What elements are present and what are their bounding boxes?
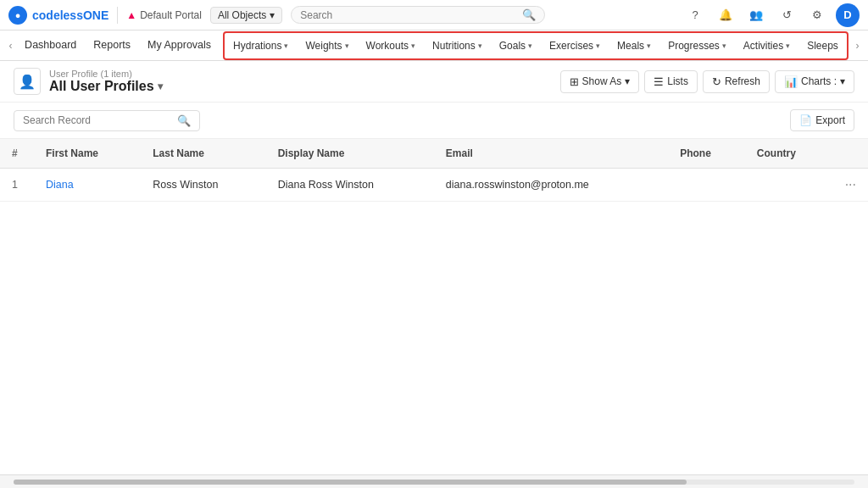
col-header-phone[interactable]: Phone (668, 139, 745, 169)
row-actions: ··· (833, 169, 868, 202)
row-phone (668, 169, 745, 202)
header-actions: ⊞ Show As ▾ ☰ Lists ↻ Refresh 📊 Charts :… (560, 70, 854, 93)
portal-label: Default Portal (140, 9, 202, 21)
show-as-icon: ⊞ (570, 75, 579, 88)
row-last-name: Ross Winston (141, 169, 265, 202)
settings-icon[interactable]: ⚙ (805, 3, 829, 27)
user-profile-info: 👤 User Profile (1 item) All User Profile… (14, 68, 163, 95)
topbar: ● codelessONE ▲ Default Portal All Objec… (0, 0, 868, 30)
row-first-name[interactable]: Diana (34, 169, 141, 202)
avatar[interactable]: D (836, 3, 860, 27)
nav-tab-progresses[interactable]: Progresses ▾ (659, 33, 735, 58)
profile-labels: User Profile (1 item) All User Profiles … (49, 69, 163, 94)
export-icon: 📄 (799, 114, 812, 126)
table-row: 1 Diana Ross Winston Diana Ross Winston … (0, 169, 868, 202)
charts-button[interactable]: 📊 Charts : ▾ (775, 70, 854, 93)
chevron-down-icon: ▾ (345, 42, 349, 50)
col-header-display-name[interactable]: Display Name (266, 139, 434, 169)
chevron-down-icon: ▾ (786, 42, 790, 50)
nav-left-arrow[interactable]: ‹ (5, 40, 16, 52)
nav-tab-hydrations[interactable]: Hydrations ▾ (225, 33, 297, 58)
chevron-down-icon: ▾ (647, 42, 651, 50)
history-icon[interactable]: ↺ (775, 3, 798, 27)
highlighted-nav-tabs: Hydrations ▾ Weights ▾ Workouts ▾ Nutrit… (223, 31, 849, 60)
chevron-down-icon: ▾ (270, 9, 275, 21)
chevron-down-icon: ▾ (625, 75, 630, 87)
bell-icon[interactable]: 🔔 (714, 3, 737, 27)
all-objects-label: All Objects (218, 9, 266, 21)
refresh-button[interactable]: ↻ Refresh (703, 70, 770, 93)
topbar-icons: ? 🔔 👥 ↺ ⚙ D (683, 3, 860, 27)
lists-button[interactable]: ☰ Lists (644, 70, 698, 93)
show-as-button[interactable]: ⊞ Show As ▾ (560, 70, 640, 93)
data-table: # First Name Last Name Display Name Emai… (0, 139, 868, 202)
nav-reports[interactable]: Reports (85, 30, 139, 61)
col-header-last-name[interactable]: Last Name (141, 139, 265, 169)
profile-title: All User Profiles ▾ (49, 79, 163, 94)
search-icon: 🔍 (177, 114, 191, 127)
chevron-down-icon: ▾ (528, 42, 532, 50)
record-search[interactable]: 🔍 (14, 110, 200, 131)
search-record-input[interactable] (23, 114, 172, 126)
refresh-icon: ↻ (712, 75, 721, 88)
col-header-country[interactable]: Country (745, 139, 833, 169)
navbar: ‹ Dashboard Reports My Approvals Hydrati… (0, 30, 868, 61)
nav-tab-exercises[interactable]: Exercises ▾ (541, 33, 609, 58)
nav-tab-weights[interactable]: Weights ▾ (297, 33, 357, 58)
nav-dashboard[interactable]: Dashboard (16, 30, 85, 61)
nav-tab-workouts[interactable]: Workouts ▾ (358, 33, 424, 58)
nav-tab-activities[interactable]: Activities ▾ (735, 33, 798, 58)
row-more-options-button[interactable]: ··· (845, 177, 856, 191)
chevron-down-icon: ▾ (284, 42, 288, 50)
nav-my-approvals[interactable]: My Approvals (139, 30, 220, 61)
col-header-first-name[interactable]: First Name (34, 139, 141, 169)
portal-icon: ▲ (126, 9, 136, 21)
divider (117, 7, 118, 24)
chevron-down-icon: ▾ (722, 42, 726, 50)
nav-right-arrow[interactable]: › (852, 40, 863, 52)
logo-text: codelessONE (32, 8, 108, 22)
row-email: diana.rosswinston@proton.me (434, 169, 668, 202)
portal-badge: ▲ Default Portal (126, 9, 202, 21)
search-row: 🔍 📄 Export (0, 103, 868, 139)
chevron-down-icon: ▾ (478, 42, 482, 50)
profile-sublabel: User Profile (1 item) (49, 69, 163, 79)
help-icon[interactable]: ? (683, 3, 707, 27)
col-header-email[interactable]: Email (434, 139, 668, 169)
list-icon: ☰ (654, 75, 664, 88)
row-display-name: Diana Ross Winston (266, 169, 434, 202)
nav-tab-sleeps[interactable]: Sleeps (798, 33, 847, 58)
chevron-down-icon: ▾ (411, 42, 415, 50)
search-icon: 🔍 (522, 8, 536, 21)
chevron-down-icon[interactable]: ▾ (158, 80, 163, 92)
export-button[interactable]: 📄 Export (790, 109, 854, 131)
content-header: 👤 User Profile (1 item) All User Profile… (0, 61, 868, 103)
table-header-row: # First Name Last Name Display Name Emai… (0, 139, 868, 169)
nav-tab-goals[interactable]: Goals ▾ (491, 33, 541, 58)
col-header-num: # (0, 139, 34, 169)
global-search[interactable]: 🔍 (291, 6, 545, 24)
user-avatar-icon: 👤 (14, 68, 41, 95)
chevron-down-icon: ▾ (840, 75, 845, 87)
global-search-input[interactable] (300, 9, 517, 21)
col-header-actions (833, 139, 868, 169)
row-num: 1 (0, 169, 34, 202)
users-icon[interactable]: 👥 (744, 3, 768, 27)
app-logo[interactable]: ● codelessONE (8, 6, 108, 25)
all-objects-button[interactable]: All Objects ▾ (210, 7, 282, 24)
chevron-down-icon: ▾ (596, 42, 600, 50)
nav-tab-meals[interactable]: Meals ▾ (609, 33, 659, 58)
logo-icon: ● (8, 6, 27, 25)
nav-tab-nutritions[interactable]: Nutritions ▾ (424, 33, 491, 58)
row-country (745, 169, 833, 202)
chart-icon: 📊 (784, 75, 798, 88)
first-name-link[interactable]: Diana (46, 179, 74, 191)
